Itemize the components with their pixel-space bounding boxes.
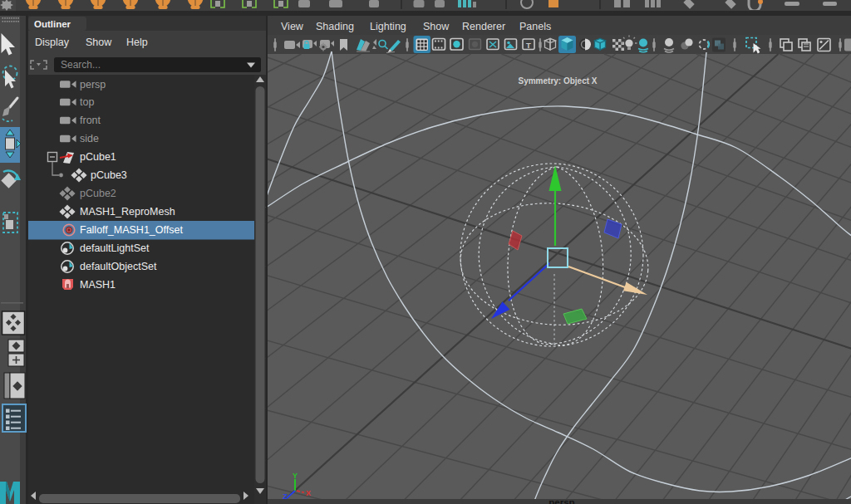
svg-text:Shading: Shading <box>316 21 354 32</box>
svg-text:pCube1: pCube1 <box>80 151 116 163</box>
svg-text:MASH1: MASH1 <box>80 279 116 291</box>
svg-text:pCube3: pCube3 <box>91 169 127 181</box>
svg-text:T: T <box>526 41 531 50</box>
svg-text:top: top <box>80 96 94 108</box>
svg-text:persp: persp <box>80 79 106 91</box>
svg-text:Y: Y <box>293 472 298 480</box>
svg-text:Search...: Search... <box>61 59 101 71</box>
svg-text:Panels: Panels <box>519 21 551 32</box>
svg-text:persp: persp <box>548 497 574 504</box>
svg-text:front: front <box>80 115 101 126</box>
svg-text:Outliner: Outliner <box>34 19 71 29</box>
svg-text:Display: Display <box>35 37 70 48</box>
svg-text:defaultObjectSet: defaultObjectSet <box>80 261 157 272</box>
svg-text:Lighting: Lighting <box>370 21 406 32</box>
svg-text:Show: Show <box>86 37 112 48</box>
svg-text:Show: Show <box>423 21 450 32</box>
svg-text:MASH1_ReproMesh: MASH1_ReproMesh <box>80 206 175 218</box>
svg-text:Renderer: Renderer <box>462 21 505 32</box>
svg-text:defaultLightSet: defaultLightSet <box>80 242 150 254</box>
svg-text:Help: Help <box>126 37 148 48</box>
svg-text:Symmetry: Object X: Symmetry: Object X <box>518 76 597 86</box>
svg-text:side: side <box>80 133 99 144</box>
svg-text:View: View <box>281 21 304 32</box>
svg-text:Falloff_MASH1_Offset: Falloff_MASH1_Offset <box>80 224 183 236</box>
svg-text:X: X <box>306 489 311 497</box>
svg-text:pCube2: pCube2 <box>80 188 116 199</box>
